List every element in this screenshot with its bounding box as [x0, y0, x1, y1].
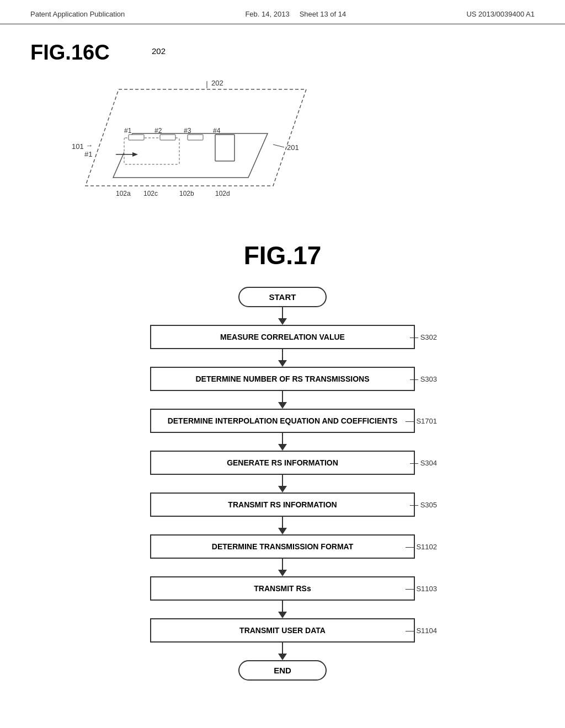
step-row-s1701: DETERMINE INTERPOLATION EQUATION AND COE…	[128, 409, 437, 433]
arrow-5	[278, 486, 287, 493]
end-oval: END	[238, 660, 327, 681]
header-patent-number: US 2013/0039400 A1	[466, 10, 535, 18]
start-oval: START	[238, 287, 327, 307]
arrow-6	[278, 528, 287, 534]
step-s1104-box: TRANSMIT USER DATA	[150, 618, 415, 643]
connector-1	[282, 307, 283, 318]
step-row-s305: TRANSMIT RS INFORMATION S305	[128, 493, 437, 517]
step-s303-box: DETERMINE NUMBER OF RS TRANSMISSIONS	[150, 367, 415, 391]
step-s1104-label: S1104	[406, 627, 437, 635]
connector-2	[282, 349, 283, 360]
step-s1102-box: DETERMINE TRANSMISSION FORMAT	[150, 534, 415, 559]
svg-text:102d: 102d	[215, 190, 230, 197]
step-row-s1102: DETERMINE TRANSMISSION FORMAT S1102	[128, 534, 437, 559]
step-s305-box: TRANSMIT RS INFORMATION	[150, 493, 415, 517]
page-header: Patent Application Publication Feb. 14, …	[0, 0, 565, 24]
fig16c-title: FIG.16C	[30, 41, 110, 65]
svg-text:201: 201	[287, 143, 299, 152]
step-s1103-label: S1103	[406, 585, 437, 593]
step-s302-label: S302	[410, 333, 437, 341]
flowchart: START MEASURE CORRELATION VALUE S302 DET…	[30, 287, 535, 681]
header-sheet: Sheet 13 of 14	[300, 10, 347, 18]
svg-text:#1: #1	[84, 150, 92, 158]
step-s1701-label: S1701	[406, 417, 437, 425]
header-publication-label: Patent Application Publication	[30, 10, 125, 18]
arrow-2	[278, 360, 287, 367]
step-s1102-label: S1102	[406, 543, 437, 551]
fig17-section: FIG.17 START MEASURE CORRELATION VALUE S…	[30, 240, 535, 681]
svg-rect-3	[129, 135, 144, 140]
svg-text:#1: #1	[124, 127, 132, 135]
fig16c-svg: #1 101 → 201 #1 #2 #3 #4 102a 102c 102b …	[52, 78, 339, 205]
arrow-3	[278, 402, 287, 409]
svg-rect-6	[215, 135, 234, 161]
arrow-8	[278, 612, 287, 618]
header-date-sheet: Feb. 14, 2013 Sheet 13 of 14	[245, 10, 346, 18]
step-row-s1104: TRANSMIT USER DATA S1104	[128, 618, 437, 643]
svg-text:101: 101	[72, 142, 84, 151]
step-s305-label: S305	[410, 501, 437, 509]
svg-text:102a: 102a	[116, 190, 131, 197]
connector-7	[282, 559, 283, 570]
step-s304-label: S304	[410, 459, 437, 467]
fig16c-diagram: #1 101 → 201 #1 #2 #3 #4 102a 102c 102b …	[30, 78, 535, 207]
arrow-1	[278, 318, 287, 325]
svg-text:#3: #3	[184, 127, 191, 135]
svg-rect-2	[124, 138, 179, 164]
arrow-4	[278, 444, 287, 451]
connector-4	[282, 433, 283, 444]
step-s1103-box: TRANSMIT RSs	[150, 576, 415, 601]
step-s303-label: S303	[410, 375, 437, 383]
svg-text:#4: #4	[213, 127, 221, 135]
step-s302-box: MEASURE CORRELATION VALUE	[150, 325, 415, 349]
svg-text:102b: 102b	[179, 190, 194, 197]
fig16c-ref-202: 202	[152, 46, 166, 56]
svg-rect-4	[160, 135, 175, 140]
svg-text:202: 202	[211, 79, 223, 87]
svg-text:#2: #2	[154, 127, 162, 135]
connector-3	[282, 391, 283, 402]
fig16c-section: FIG.16C 202	[30, 41, 535, 207]
arrow-9	[278, 654, 287, 660]
main-content: FIG.16C 202	[0, 24, 565, 697]
connector-9	[282, 643, 283, 654]
svg-text:→: →	[86, 141, 93, 149]
step-row-s302: MEASURE CORRELATION VALUE S302	[128, 325, 437, 349]
step-row-s303: DETERMINE NUMBER OF RS TRANSMISSIONS S30…	[128, 367, 437, 391]
step-row-s304: GENERATE RS INFORMATION S304	[128, 451, 437, 475]
header-date: Feb. 14, 2013	[245, 10, 289, 18]
connector-6	[282, 517, 283, 528]
svg-text:102c: 102c	[143, 190, 158, 197]
svg-rect-5	[188, 135, 203, 140]
step-row-s1103: TRANSMIT RSs S1103	[128, 576, 437, 601]
connector-5	[282, 475, 283, 486]
fig17-title: FIG.17	[30, 240, 535, 270]
step-s1701-box: DETERMINE INTERPOLATION EQUATION AND COE…	[150, 409, 415, 433]
connector-8	[282, 601, 283, 612]
step-s304-box: GENERATE RS INFORMATION	[150, 451, 415, 475]
arrow-7	[278, 570, 287, 576]
